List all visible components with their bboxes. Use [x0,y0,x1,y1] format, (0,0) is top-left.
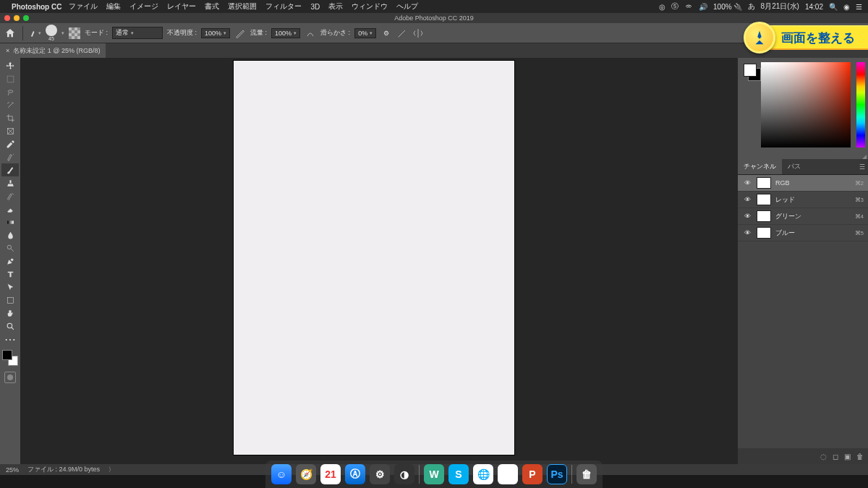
status-sync-icon[interactable]: ◎ [659,3,665,11]
window-close-button[interactable] [4,15,10,21]
lasso-tool[interactable] [1,85,19,98]
opacity-input[interactable]: 100%▾ [201,28,230,38]
dodge-tool[interactable] [1,241,19,254]
status-battery[interactable]: 100% 🔌 [713,3,742,11]
edit-toolbar-button[interactable]: ⋯ [1,333,19,346]
visibility-icon[interactable]: 👁 [742,213,752,220]
menu-3d[interactable]: 3D [310,3,320,11]
doc-info[interactable]: ファイル : 24.9M/0 bytes [27,465,100,474]
zoom-level[interactable]: 25% [6,466,19,474]
menu-layer[interactable]: レイヤー [167,1,196,12]
history-brush-tool[interactable] [1,189,19,202]
status-ime-icon[interactable]: あ [748,1,755,12]
color-panel[interactable] [738,58,868,159]
menu-window[interactable]: ウィンドウ [352,1,388,12]
color-ramp-icon[interactable] [862,155,867,159]
zoom-tool[interactable] [1,320,19,333]
dock-app-2[interactable]: W [424,464,444,484]
menu-help[interactable]: ヘルプ [396,1,418,12]
brush-panel-button[interactable] [69,27,80,39]
close-tab-icon[interactable]: × [6,47,9,54]
dock-skype[interactable]: S [448,464,469,484]
dock-appstore[interactable]: Ⓐ [345,464,365,484]
dock-calendar[interactable]: 21 [320,464,341,484]
menu-select[interactable]: 選択範囲 [228,1,257,12]
menu-edit[interactable]: 編集 [106,1,121,12]
notification-center-icon[interactable]: ☰ [856,3,862,11]
blend-mode-dropdown[interactable]: 通常▾ [112,27,163,39]
dock-photoshop[interactable]: Ps [547,464,567,484]
dock-finder[interactable]: ☺ [271,464,292,484]
app-name-menu[interactable]: Photoshop CC [12,3,61,11]
hand-tool[interactable] [1,307,19,320]
channel-row-rgb[interactable]: 👁 RGB ⌘2 [738,175,868,192]
visibility-icon[interactable]: 👁 [742,179,752,187]
frame-tool[interactable] [1,124,19,137]
status-wifi-icon[interactable] [684,2,693,11]
dock-safari[interactable]: 🧭 [296,464,316,484]
quick-mask-button[interactable] [4,372,16,383]
channel-row-green[interactable]: 👁 グリーン ⌘4 [738,208,868,225]
color-swatches[interactable] [2,350,18,366]
fg-color-swatch[interactable] [744,64,757,77]
load-selection-icon[interactable]: ◌ [820,453,827,461]
menu-image[interactable]: イメージ [129,1,158,12]
crop-tool[interactable] [1,111,19,124]
eyedropper-tool[interactable] [1,137,19,150]
save-selection-icon[interactable]: ◻ [833,453,838,461]
pressure-size-button[interactable] [396,27,408,39]
tab-paths[interactable]: パス [782,159,807,174]
channel-row-red[interactable]: 👁 レッド ⌘3 [738,192,868,208]
eraser-tool[interactable] [1,202,19,215]
document-tab[interactable]: × 名称未設定 1 @ 25% (RGB/8) [0,43,106,58]
smoothing-gear-icon[interactable]: ⚙ [380,27,392,39]
tab-channels[interactable]: チャンネル [738,159,782,174]
status-skype-icon[interactable]: ⓢ [671,1,678,12]
menu-filter[interactable]: フィルター [265,1,302,12]
type-tool[interactable] [1,267,19,281]
dock-trash[interactable]: 🗑 [576,464,597,484]
menu-file[interactable]: ファイル [69,1,98,12]
brush-preset-picker[interactable]: 45 [46,25,57,41]
tool-preset-picker[interactable]: ▾ [30,27,41,39]
marquee-tool[interactable] [1,72,19,85]
pen-tool[interactable] [1,254,19,267]
visibility-icon[interactable]: 👁 [742,229,752,236]
status-volume-icon[interactable]: 🔊 [699,3,707,11]
window-zoom-button[interactable] [23,15,29,21]
channel-row-blue[interactable]: 👁 ブルー ⌘5 [738,225,868,241]
flow-input[interactable]: 100%▾ [271,28,300,38]
visibility-icon[interactable]: 👁 [742,196,752,203]
window-minimize-button[interactable] [14,15,20,21]
brush-tool[interactable] [1,163,19,176]
canvas-area[interactable] [20,58,738,464]
magic-wand-tool[interactable] [1,98,19,111]
brush-preset-chevron-icon[interactable]: ▾ [61,30,64,36]
dock-slack[interactable]: ✱ [498,464,518,484]
color-field[interactable] [761,62,851,147]
hue-slider[interactable] [856,62,865,147]
panel-menu-icon[interactable]: ☰ [856,163,868,171]
move-tool[interactable] [1,59,19,72]
shape-tool[interactable] [1,294,19,307]
dock-settings[interactable]: ⚙ [370,464,390,484]
home-button[interactable] [4,27,16,39]
pressure-opacity-button[interactable] [234,27,246,39]
dock-chrome[interactable]: 🌐 [473,464,493,484]
healing-brush-tool[interactable] [1,150,19,163]
blur-tool[interactable] [1,228,19,241]
new-channel-icon[interactable]: ▣ [844,453,851,461]
airbrush-button[interactable] [305,27,316,39]
menu-view[interactable]: 表示 [328,1,343,12]
clone-stamp-tool[interactable] [1,176,19,189]
siri-icon[interactable]: ◉ [843,3,850,11]
spotlight-icon[interactable]: 🔍 [829,3,838,11]
delete-channel-icon[interactable]: 🗑 [856,453,864,461]
path-selection-tool[interactable] [1,281,19,294]
symmetry-button[interactable] [412,27,424,39]
dock-powerpoint[interactable]: P [522,464,542,484]
dock-app-1[interactable]: ◑ [394,464,414,484]
gradient-tool[interactable] [1,215,19,228]
smoothing-input[interactable]: 0%▾ [354,28,376,38]
document-canvas[interactable] [234,61,514,455]
